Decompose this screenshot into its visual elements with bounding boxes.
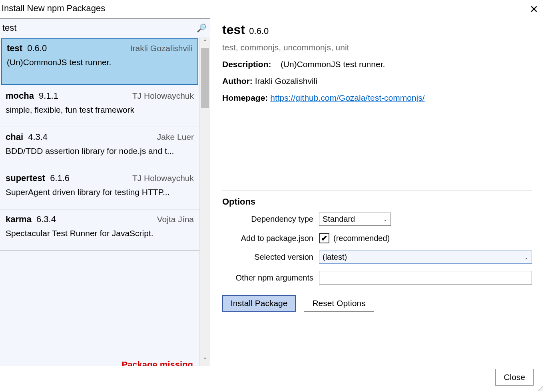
pkg-desc: simple, flexible, fun test framework: [6, 105, 194, 115]
other-args-input[interactable]: [319, 271, 532, 285]
chevron-down-icon: ⌄: [524, 255, 528, 260]
pkg-desc: Spectacular Test Runner for JavaScript.: [6, 229, 194, 238]
scroll-up-icon[interactable]: ˄: [200, 37, 210, 48]
results-list: test 0.6.0Irakli Gozalishvili(Un)CommonJ…: [0, 37, 199, 366]
pkg-author: TJ Holowaychuk: [132, 173, 194, 183]
pkg-version: 6.1.6: [48, 173, 70, 183]
pkg-version: 9.1.1: [36, 91, 58, 101]
pkg-name: mocha: [6, 91, 34, 101]
reset-options-button[interactable]: Reset Options: [304, 295, 374, 312]
options-heading: Options: [222, 197, 532, 207]
other-args-label: Other npm arguments: [222, 273, 319, 283]
recommended-text: (recommended): [333, 234, 390, 243]
pkg-desc: SuperAgent driven library for testing HT…: [6, 187, 194, 197]
pkg-desc: BDD/TDD assertion library for node.js an…: [6, 146, 194, 156]
package-missing-label: Package missing: [122, 360, 199, 366]
install-package-button[interactable]: Install Package: [222, 295, 296, 312]
detail-name: test: [222, 22, 245, 37]
description-value: (Un)CommonJS test runner.: [281, 60, 385, 69]
pkg-version: 0.6.0: [25, 43, 47, 53]
search-row: 🔍: [0, 19, 210, 37]
pkg-version: 4.3.4: [26, 132, 48, 142]
dependency-type-value: Standard: [323, 215, 355, 223]
pkg-name: supertest: [6, 173, 45, 183]
result-item[interactable]: karma 6.3.4Vojta JínaSpectacular Test Ru…: [0, 209, 199, 251]
pkg-name: karma: [6, 214, 32, 224]
selected-version-value: (latest): [323, 253, 347, 261]
detail-panel: test 0.6.0 test, commonjs, uncommonjs, u…: [210, 18, 544, 366]
window-title: Install New npm Packages: [2, 3, 105, 14]
result-item[interactable]: supertest 6.1.6TJ HolowaychukSuperAgent …: [0, 168, 199, 209]
description-label: Description:: [222, 60, 271, 69]
selected-version-select[interactable]: (latest) ⌄: [319, 251, 532, 264]
pkg-author: Vojta Jína: [157, 215, 194, 224]
author-label: Author:: [222, 76, 253, 86]
scroll-thumb[interactable]: [201, 48, 209, 108]
homepage-link[interactable]: https://github.com/Gozala/test-commonjs/: [270, 93, 424, 102]
scroll-down-icon[interactable]: ˅: [200, 355, 210, 366]
pkg-name: test: [7, 43, 22, 53]
add-to-pkg-label: Add to package.json: [222, 234, 319, 243]
pkg-name: chai: [6, 132, 23, 142]
scroll-track[interactable]: [200, 48, 210, 355]
detail-tags: test, commonjs, uncommonjs, unit: [222, 43, 532, 52]
search-icon[interactable]: 🔍: [197, 23, 207, 33]
close-button[interactable]: Close: [495, 369, 534, 386]
close-icon[interactable]: ✕: [527, 3, 541, 15]
pkg-version: 6.3.4: [34, 214, 56, 224]
pkg-author: TJ Holowaychuk: [132, 91, 194, 101]
author-value: Irakli Gozalishvili: [255, 76, 317, 86]
result-item[interactable]: chai 4.3.4Jake LuerBDD/TDD assertion lib…: [0, 127, 199, 168]
result-item[interactable]: mocha 9.1.1TJ Holowaychuksimple, flexibl…: [0, 86, 199, 127]
left-panel: 🔍 test 0.6.0Irakli Gozalishvili(Un)Commo…: [0, 18, 210, 366]
search-input[interactable]: [2, 23, 197, 33]
pkg-desc: (Un)CommonJS test runner.: [7, 58, 193, 67]
dependency-type-label: Dependency type: [222, 215, 319, 224]
detail-version: 0.6.0: [249, 26, 269, 36]
pkg-author: Jake Luer: [157, 132, 194, 142]
add-to-pkg-checkbox[interactable]: ✔: [319, 233, 329, 243]
scrollbar[interactable]: ˄ ˅: [199, 37, 210, 366]
result-item[interactable]: test 0.6.0Irakli Gozalishvili(Un)CommonJ…: [1, 38, 198, 85]
selected-version-label: Selected version: [222, 253, 319, 262]
homepage-label: Homepage:: [222, 93, 268, 102]
chevron-down-icon: ⌄: [383, 217, 387, 222]
resize-grip[interactable]: [536, 384, 543, 391]
pkg-author: Irakli Gozalishvili: [130, 44, 193, 53]
dependency-type-select[interactable]: Standard ⌄: [319, 213, 391, 226]
